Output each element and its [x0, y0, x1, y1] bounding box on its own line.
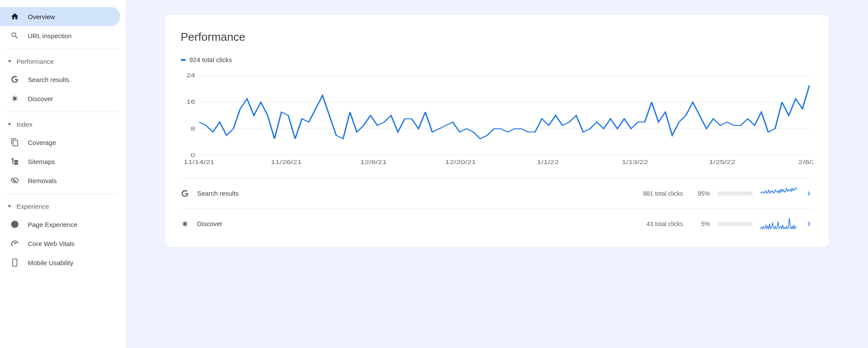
google-g-icon — [181, 189, 189, 198]
eye-off-icon — [10, 176, 19, 185]
sidebar-section-index[interactable]: Index — [0, 115, 125, 133]
svg-text:1/1/22: 1/1/22 — [537, 159, 559, 165]
svg-text:24: 24 — [186, 72, 195, 78]
svg-text:0: 0 — [191, 152, 195, 158]
home-icon — [10, 12, 19, 21]
sidebar-item-page-experience[interactable]: Page Experience — [0, 215, 120, 234]
svg-text:12/8/21: 12/8/21 — [360, 159, 387, 165]
svg-text:11/14/21: 11/14/21 — [184, 159, 215, 165]
svg-text:1/25/22: 1/25/22 — [709, 159, 736, 165]
sidebar-item-label: Removals — [28, 177, 57, 184]
sidebar-item-label: Page Experience — [28, 221, 77, 228]
chevron-right-icon — [805, 220, 813, 228]
main-content: Performance 924 total clicks 08162411/14… — [126, 0, 868, 348]
svg-text:16: 16 — [186, 99, 195, 105]
sidebar-item-overview[interactable]: Overview — [0, 7, 120, 26]
mobile-icon — [10, 258, 19, 267]
row-bar — [718, 191, 752, 196]
sidebar-item-label: Mobile Usability — [28, 259, 73, 266]
sidebar-item-label: Overview — [28, 13, 55, 20]
sidebar-item-coverage[interactable]: Coverage — [0, 133, 120, 152]
sidebar-item-label: Discover — [28, 95, 53, 102]
sidebar-item-removals[interactable]: Removals — [0, 171, 120, 190]
section-label: Index — [17, 121, 33, 128]
circle-plus-icon — [10, 220, 19, 229]
sparkline — [760, 187, 797, 200]
google-g-icon — [10, 75, 19, 84]
sparkline — [760, 217, 797, 230]
chevron-down-icon — [8, 205, 11, 207]
divider — [7, 194, 119, 194]
sidebar-item-discover[interactable]: Discover — [0, 89, 120, 108]
sidebar-item-label: Sitemaps — [28, 158, 55, 165]
row-pct: 5% — [691, 220, 710, 227]
svg-text:12/20/21: 12/20/21 — [445, 159, 476, 165]
speedometer-icon — [10, 239, 19, 248]
sidebar-item-mobile-usability[interactable]: Mobile Usability — [0, 253, 120, 272]
sidebar-item-label: Coverage — [28, 139, 56, 146]
chart-legend: 924 total clicks — [181, 56, 813, 63]
performance-chart[interactable]: 08162411/14/2111/26/2112/8/2112/20/211/1… — [181, 71, 813, 167]
legend-label: 924 total clicks — [189, 56, 232, 63]
sidebar-item-search-results[interactable]: Search results — [0, 70, 120, 89]
svg-text:1/13/22: 1/13/22 — [622, 159, 648, 165]
sidebar-item-url-inspection[interactable]: URL inspection — [0, 26, 120, 45]
sidebar-item-label: URL inspection — [28, 32, 72, 39]
sidebar-item-sitemaps[interactable]: Sitemaps — [0, 152, 120, 171]
search-icon — [10, 31, 19, 40]
row-clicks: 881 total clicks — [622, 190, 683, 197]
row-label: Discover — [197, 220, 301, 227]
divider — [7, 112, 119, 112]
copy-icon — [10, 138, 19, 147]
asterisk-icon — [181, 220, 189, 228]
sidebar-section-performance[interactable]: Performance — [0, 53, 125, 70]
card-title: Performance — [181, 30, 813, 44]
row-pct: 95% — [691, 190, 710, 197]
performance-card: Performance 924 total clicks 08162411/14… — [165, 15, 829, 247]
sidebar-item-label: Core Web Vitals — [28, 240, 75, 247]
legend-swatch — [181, 59, 186, 61]
svg-text:8: 8 — [191, 126, 195, 131]
row-clicks: 43 total clicks — [622, 220, 683, 227]
section-label: Experience — [17, 203, 49, 210]
row-label: Search results — [197, 190, 301, 197]
chevron-right-icon — [805, 189, 813, 198]
row-bar — [718, 222, 752, 226]
sidebar-item-core-web-vitals[interactable]: Core Web Vitals — [0, 234, 120, 253]
tree-icon — [10, 157, 19, 166]
sidebar-item-label: Search results — [28, 76, 69, 83]
chevron-down-icon — [8, 123, 11, 125]
divider — [7, 49, 119, 49]
section-label: Performance — [17, 58, 54, 65]
chevron-down-icon — [8, 60, 11, 62]
row-discover[interactable]: Discover 43 total clicks 5% — [181, 208, 813, 239]
sidebar: Overview URL inspection Performance Sear… — [0, 0, 126, 348]
svg-text:2/6/22: 2/6/22 — [799, 159, 813, 165]
asterisk-icon — [10, 94, 19, 103]
row-search-results[interactable]: Search results 881 total clicks 95% — [181, 178, 813, 208]
sidebar-section-experience[interactable]: Experience — [0, 197, 125, 215]
svg-text:11/26/21: 11/26/21 — [271, 159, 302, 165]
